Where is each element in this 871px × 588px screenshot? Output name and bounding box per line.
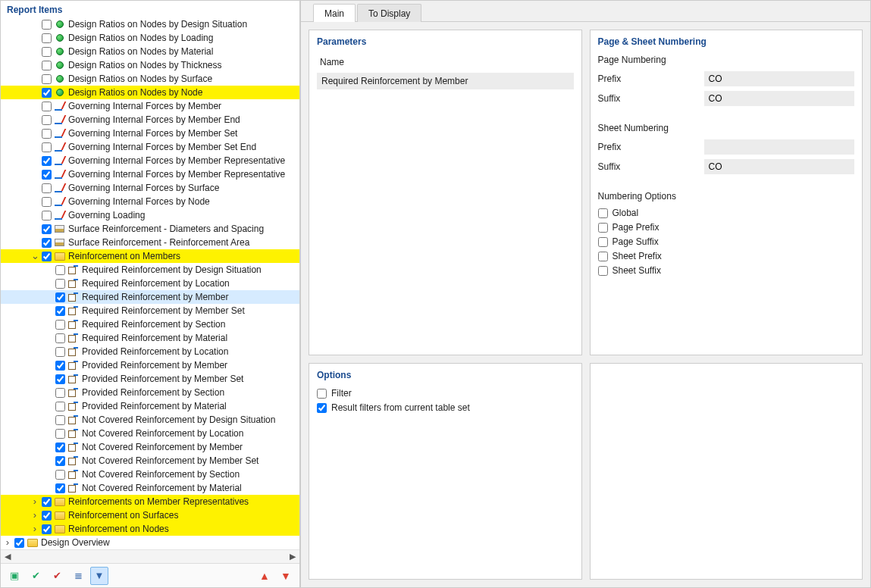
expander-icon[interactable]: › — [1, 536, 14, 549]
tree-item-checkbox[interactable] — [42, 170, 52, 180]
expander-icon[interactable]: › — [28, 522, 42, 536]
tree-item-checkbox[interactable] — [42, 197, 52, 207]
tree-item-checkbox[interactable] — [55, 429, 65, 439]
nav-down-button[interactable]: ▼ — [277, 567, 295, 585]
opt-global-checkbox[interactable] — [598, 208, 608, 218]
tree-row[interactable]: Governing Internal Forces by Member Set … — [1, 140, 299, 154]
tree-row[interactable]: ⌄Reinforcement on Members — [1, 249, 299, 263]
tree-row[interactable]: Provided Reinforcement by Member Set — [1, 372, 299, 386]
nav-up-button[interactable]: ▲ — [255, 567, 274, 585]
tree-row[interactable]: Governing Internal Forces by Member Repr… — [1, 167, 299, 181]
tree-row[interactable]: ›Reinforcement on Surfaces — [1, 508, 299, 522]
tree-row[interactable]: Design Ratios on Nodes by Design Situati… — [1, 17, 299, 31]
tree-row[interactable]: Governing Internal Forces by Node — [1, 195, 299, 208]
tree-item-checkbox[interactable] — [42, 102, 52, 111]
tree-item-checkbox[interactable] — [55, 347, 65, 357]
tree-row[interactable]: Surface Reinforcement - Diameters and Sp… — [1, 222, 299, 236]
hscroll-track[interactable] — [14, 551, 286, 563]
tree-row[interactable]: Surface Reinforcement - Reinforcement Ar… — [1, 236, 299, 249]
tab-to-display[interactable]: To Display — [357, 4, 421, 22]
tree-row[interactable]: ›Design Overview — [1, 536, 299, 549]
tree-row[interactable]: Required Reinforcement by Section — [1, 317, 299, 331]
report-items-tree[interactable]: Design Ratios on Nodes by Design Situati… — [1, 17, 299, 549]
tree-item-checkbox[interactable] — [42, 252, 52, 261]
tree-row[interactable]: Required Reinforcement by Member — [1, 290, 299, 304]
tree-item-checkbox[interactable] — [42, 33, 52, 43]
expander-icon[interactable]: ⌄ — [28, 249, 42, 263]
tree-row[interactable]: Governing Internal Forces by Member Set — [1, 127, 299, 140]
tree-item-checkbox[interactable] — [55, 483, 65, 493]
page-prefix-input[interactable] — [704, 71, 855, 86]
tree-row[interactable]: Design Ratios on Nodes by Material — [1, 45, 299, 58]
tree-row[interactable]: Governing Internal Forces by Member End — [1, 113, 299, 127]
tree-item-checkbox[interactable] — [42, 156, 52, 166]
tree-item-checkbox[interactable] — [42, 238, 52, 248]
tree-item-checkbox[interactable] — [42, 74, 52, 84]
opt-page-prefix-checkbox[interactable] — [598, 223, 608, 233]
expander-icon[interactable]: › — [28, 495, 42, 508]
tree-row[interactable]: Design Ratios on Nodes by Loading — [1, 31, 299, 45]
opt-page-suffix-checkbox[interactable] — [598, 237, 608, 247]
tree-item-checkbox[interactable] — [14, 538, 24, 548]
tree-row[interactable]: ›Reinforcement on Nodes — [1, 522, 299, 536]
tree-row[interactable]: Not Covered Reinforcement by Member Set — [1, 454, 299, 468]
tree-row[interactable]: Provided Reinforcement by Location — [1, 345, 299, 358]
tree-row[interactable]: Not Covered Reinforcement by Section — [1, 468, 299, 481]
tree-item-checkbox[interactable] — [42, 47, 52, 57]
check-all-button[interactable]: ✔ — [27, 567, 45, 585]
tree-row[interactable]: ›Reinforcements on Member Representative… — [1, 495, 299, 508]
tree-row[interactable]: Required Reinforcement by Member Set — [1, 304, 299, 317]
tree-item-checkbox[interactable] — [42, 129, 52, 139]
tree-item-checkbox[interactable] — [55, 279, 65, 289]
uncheck-all-button[interactable]: ✔ — [48, 567, 66, 585]
opt-sheet-prefix-checkbox[interactable] — [598, 252, 608, 261]
tree-row[interactable]: Provided Reinforcement by Material — [1, 399, 299, 413]
tree-row[interactable]: Required Reinforcement by Location — [1, 277, 299, 290]
tree-item-checkbox[interactable] — [55, 470, 65, 480]
tree-item-checkbox[interactable] — [55, 320, 65, 330]
tree-row[interactable]: Required Reinforcement by Material — [1, 331, 299, 345]
tree-item-checkbox[interactable] — [42, 511, 52, 521]
tree-row[interactable]: Required Reinforcement by Design Situati… — [1, 263, 299, 277]
tree-row[interactable]: Design Ratios on Nodes by Node — [1, 86, 299, 99]
tree-row[interactable]: Not Covered Reinforcement by Member — [1, 440, 299, 454]
result-filters-checkbox[interactable] — [317, 403, 327, 413]
tree-row[interactable]: Provided Reinforcement by Section — [1, 386, 299, 399]
tree-row[interactable]: Design Ratios on Nodes by Thickness — [1, 58, 299, 72]
hscroll-right[interactable]: ▶ — [286, 551, 299, 563]
tree-item-checkbox[interactable] — [55, 361, 65, 371]
tree-item-checkbox[interactable] — [42, 20, 52, 30]
hscroll-left[interactable]: ◀ — [1, 551, 14, 563]
tree-item-checkbox[interactable] — [42, 497, 52, 507]
tree-item-checkbox[interactable] — [55, 443, 65, 452]
tree-row[interactable]: Governing Internal Forces by Surface — [1, 181, 299, 195]
filter-checkbox[interactable] — [317, 389, 327, 399]
tree-item-checkbox[interactable] — [42, 183, 52, 193]
tree-item-checkbox[interactable] — [55, 374, 65, 384]
tree-item-checkbox[interactable] — [55, 415, 65, 425]
tree-item-checkbox[interactable] — [55, 388, 65, 398]
tree-row[interactable]: Governing Internal Forces by Member Repr… — [1, 154, 299, 167]
tree-row[interactable]: Not Covered Reinforcement by Location — [1, 427, 299, 440]
filter-button[interactable]: ▼ — [90, 567, 108, 585]
tree-item-checkbox[interactable] — [42, 61, 52, 70]
tree-item-checkbox[interactable] — [42, 115, 52, 125]
select-children-button[interactable]: ▣ — [5, 567, 23, 585]
tree-row[interactable]: Not Covered Reinforcement by Design Situ… — [1, 413, 299, 427]
tree-item-checkbox[interactable] — [55, 333, 65, 343]
tree-hscroll[interactable]: ◀ ▶ — [1, 549, 299, 563]
page-suffix-input[interactable] — [704, 91, 855, 106]
sheet-prefix-input[interactable] — [704, 139, 855, 155]
tree-row[interactable]: Design Ratios on Nodes by Surface — [1, 72, 299, 86]
tree-item-checkbox[interactable] — [42, 224, 52, 234]
tree-item-checkbox[interactable] — [42, 211, 52, 220]
tree-item-checkbox[interactable] — [55, 456, 65, 466]
tree-row[interactable]: Not Covered Reinforcement by Material — [1, 481, 299, 495]
tree-item-checkbox[interactable] — [42, 88, 52, 98]
tree-item-checkbox[interactable] — [55, 306, 65, 316]
tree-row[interactable]: Governing Internal Forces by Member — [1, 99, 299, 113]
tree-item-checkbox[interactable] — [55, 292, 65, 302]
expander-icon[interactable]: › — [28, 508, 42, 522]
list-mode-button[interactable]: ≣ — [69, 567, 87, 585]
opt-sheet-suffix-checkbox[interactable] — [598, 266, 608, 276]
